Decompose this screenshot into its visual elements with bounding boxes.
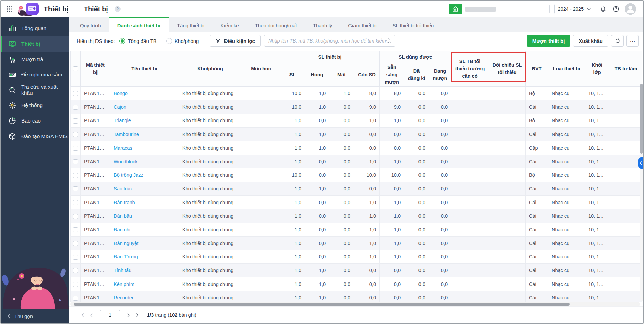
device-subject (242, 168, 280, 182)
page-help-badge[interactable]: ? (115, 6, 121, 12)
collapse-label: Thu gọn (14, 313, 33, 319)
last-page-button[interactable] (133, 311, 142, 319)
user-avatar[interactable] (625, 3, 636, 15)
row-checkbox[interactable] (73, 282, 78, 287)
notifications-bell-icon[interactable] (599, 5, 607, 13)
refresh-button[interactable] (611, 35, 624, 47)
row-checkbox[interactable] (73, 214, 78, 219)
device-self-made (609, 223, 642, 237)
school-name-bar[interactable] (462, 4, 550, 14)
device-grades: 10, 11, 12 (585, 182, 609, 196)
qty-borrowing: 0,0 (429, 264, 451, 277)
table-search-input[interactable] (268, 38, 386, 44)
tab-quy-trinh[interactable]: Quy trình (72, 17, 109, 32)
sidebar-item-tra-cuu-va-xuat-khau[interactable]: Tra cứu và xuất khẩu (1, 82, 69, 98)
device-subject (242, 291, 280, 302)
more-actions-button[interactable]: ⋯ (626, 35, 639, 47)
qty-lost: 0,0 (329, 168, 354, 182)
row-checkbox[interactable] (73, 296, 78, 301)
row-checkbox[interactable] (73, 255, 78, 260)
search-icon (386, 38, 392, 44)
select-all-checkbox[interactable] (73, 66, 78, 71)
vertical-scrollbar-thumb[interactable] (640, 84, 643, 154)
tab-danh-sach-thiet-bi[interactable]: Danh sách thiết bị (109, 17, 169, 32)
row-checkbox[interactable] (73, 186, 78, 191)
next-page-button[interactable] (124, 311, 133, 319)
export-button[interactable]: Xuất khẩu (573, 35, 608, 47)
table-row: PTAN1011 Đàn nhị Kho thiết bị dùng chung… (71, 223, 642, 237)
filter-button[interactable]: Điều kiện lọc (210, 35, 261, 47)
app-logo-icon (18, 2, 40, 16)
tab-sl-thiet-bi-toi-thieu[interactable]: SL thiết bị tối thiểu (384, 17, 442, 32)
device-name-link[interactable]: Maracas (114, 145, 132, 151)
device-name-link[interactable]: Kèn phím (114, 281, 134, 287)
row-checkbox[interactable] (73, 200, 78, 205)
device-name-link[interactable]: Đàn tranh (114, 200, 135, 205)
device-name-link[interactable]: Đàn T'rưng (114, 254, 138, 259)
device-name-link[interactable]: Đàn nhị (114, 227, 130, 232)
device-name-link[interactable]: Sáo trúc (114, 186, 132, 191)
qty-registered: 0,0 (404, 141, 429, 155)
device-subject (242, 195, 280, 209)
sidebar-item-tong-quan[interactable]: Tổng quan (1, 21, 69, 36)
horizontal-scrollbar-thumb[interactable] (74, 303, 570, 306)
row-checkbox[interactable] (73, 146, 78, 151)
row-checkbox[interactable] (73, 173, 78, 178)
sidebar-collapse-button[interactable]: Thu gọn (1, 309, 69, 323)
device-name-link[interactable]: Cajon (114, 104, 126, 110)
row-checkbox[interactable] (73, 159, 78, 164)
device-name-cell: Kèn phím (110, 277, 179, 291)
tab-giam-thiet-bi[interactable]: Giảm thiết bị (340, 17, 384, 32)
sidebar-item-he-thong[interactable]: Hệ thống (1, 98, 69, 113)
side-panel-toggle[interactable] (638, 157, 643, 169)
tab-tang-thiet-bi[interactable]: Tăng thiết bị (169, 17, 213, 32)
row-checkbox[interactable] (73, 132, 78, 137)
device-name-link[interactable]: Bongo (114, 91, 128, 96)
row-checkbox[interactable] (73, 91, 78, 96)
row-checkbox[interactable] (73, 118, 78, 124)
device-subject (242, 277, 280, 291)
device-name-link[interactable]: Tính tẩu (114, 268, 131, 273)
device-unit: Cái (526, 128, 548, 141)
current-page-box[interactable]: 1 (100, 310, 120, 320)
device-room: Kho thiết bị dùng chung (179, 291, 242, 302)
device-name-link[interactable]: Tambourine (114, 132, 139, 137)
row-checkbox[interactable] (73, 105, 78, 110)
qty-ready-to-borrow: 0,0 (380, 182, 404, 196)
tab-thanh-ly[interactable]: Thanh lý (305, 17, 340, 32)
sidebar-item-thiet-bi[interactable]: Thiết bị (1, 36, 69, 52)
sidebar-item-bao-cao[interactable]: Báo cáo (1, 113, 69, 129)
qty-usable: 0,0 (354, 128, 380, 141)
chevron-left-icon (640, 161, 642, 165)
help-icon[interactable] (612, 5, 620, 13)
sidebar-item-muon-tra[interactable]: Mượn trả (1, 52, 69, 67)
app-grid-icon[interactable] (5, 5, 14, 13)
device-name-link[interactable]: Recorder (114, 295, 134, 300)
display-by-radio-0[interactable]: Tổng đầu TB (119, 38, 156, 44)
device-name-link[interactable]: Đàn nguyệt (114, 241, 138, 246)
row-checkbox[interactable] (73, 268, 78, 273)
tab-theo-doi-hong-mat[interactable]: Theo dõi hỏng/mất (247, 17, 305, 32)
qty-ready-to-borrow: 0,0 (380, 277, 404, 291)
display-by-radio-1[interactable]: Kho/phòng (166, 38, 199, 44)
row-checkbox[interactable] (73, 241, 78, 246)
home-button[interactable] (449, 4, 462, 14)
device-name-link[interactable]: Bộ trống Jazz (114, 172, 143, 178)
device-name-link[interactable]: Woodblock (114, 159, 137, 164)
device-self-made (609, 87, 642, 100)
qty-broken: 1,0 (305, 128, 329, 141)
school-year-select[interactable]: 2024 - 2025 (554, 4, 594, 14)
tab-kiem-ke[interactable]: Kiểm kê (212, 17, 247, 32)
row-checkbox[interactable] (73, 227, 78, 232)
cube-icon (8, 132, 17, 141)
sidebar-item-de-nghi-mua-sam[interactable]: Đề nghị mua sắm (1, 67, 69, 82)
first-page-button[interactable] (77, 311, 87, 319)
device-code: PTAN1007 (81, 168, 110, 182)
device-name-link[interactable]: Triangle (114, 118, 131, 123)
device-name-cell: Woodblock (110, 155, 179, 168)
sidebar-item-dao-tao-misa-emis[interactable]: Đào tạo MISA EMIS (1, 129, 69, 144)
borrow-device-button[interactable]: Mượn thiết bị (527, 35, 571, 47)
device-name-link[interactable]: Đàn bầu (114, 213, 132, 219)
device-room: Kho thiết bị dùng chung (179, 100, 242, 114)
prev-page-button[interactable] (87, 311, 96, 319)
